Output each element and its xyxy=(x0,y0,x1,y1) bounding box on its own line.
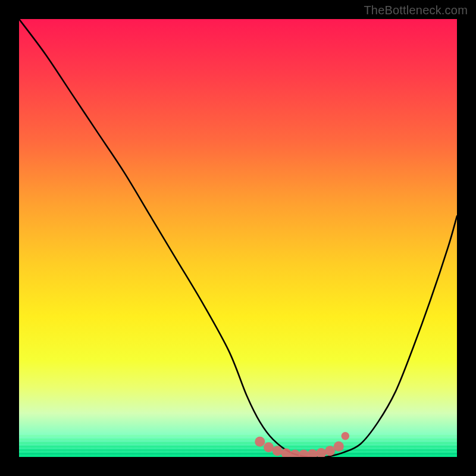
optimal-marker xyxy=(255,437,265,447)
plot-area xyxy=(19,19,457,457)
optimal-marker xyxy=(325,446,335,456)
optimal-marker xyxy=(316,448,326,457)
optimal-marker xyxy=(299,450,309,457)
optimal-marker xyxy=(273,446,283,456)
bottleneck-curve xyxy=(19,19,457,457)
watermark-text: TheBottleneck.com xyxy=(364,4,468,17)
optimal-marker xyxy=(308,449,318,457)
curve-svg xyxy=(19,19,457,457)
optimal-marker xyxy=(342,432,350,440)
optimal-marker xyxy=(281,449,292,457)
optimal-marker xyxy=(290,450,300,457)
optimal-marker xyxy=(264,442,274,452)
optimal-marker xyxy=(334,441,344,452)
chart-frame: TheBottleneck.com xyxy=(0,0,476,476)
